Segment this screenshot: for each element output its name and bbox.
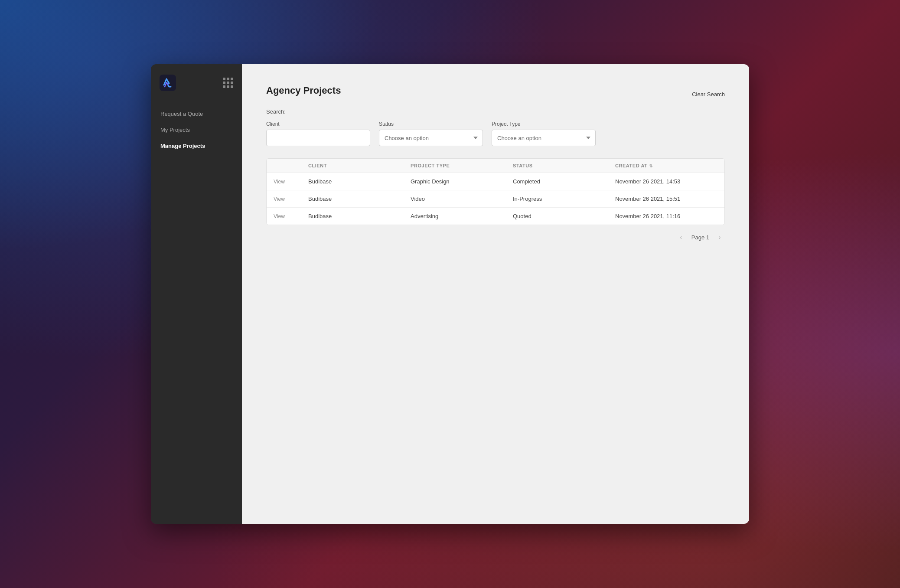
row-2-actions: View bbox=[274, 196, 308, 202]
status-field-group: Status Choose an option bbox=[379, 121, 483, 146]
client-label: Client bbox=[266, 121, 370, 127]
th-status: STATUS bbox=[513, 163, 615, 168]
sidebar-item-request-quote[interactable]: Request a Quote bbox=[151, 106, 242, 122]
search-section: Search: Clear Search Client Status Choos… bbox=[266, 108, 725, 146]
project-type-select[interactable]: Choose an option bbox=[492, 130, 596, 146]
next-page-button[interactable]: › bbox=[714, 232, 725, 242]
th-actions bbox=[274, 163, 308, 168]
th-client: CLIENT bbox=[308, 163, 411, 168]
prev-page-button[interactable]: ‹ bbox=[676, 232, 686, 242]
table-header: CLIENT PROJECT TYPE STATUS CREATED AT ⇅ bbox=[267, 159, 724, 173]
sidebar-header bbox=[151, 64, 242, 101]
client-field-group: Client bbox=[266, 121, 370, 146]
row-1-status: Completed bbox=[513, 178, 615, 185]
row-2-project-type: Video bbox=[411, 196, 513, 202]
row-3-actions: View bbox=[274, 213, 308, 219]
view-button-2[interactable]: View bbox=[274, 196, 285, 202]
table-row: View Budibase Video In-Progress November… bbox=[267, 190, 724, 208]
row-1-actions: View bbox=[274, 178, 308, 185]
sidebar-item-my-projects[interactable]: My Projects bbox=[151, 122, 242, 138]
sidebar-navigation: Request a Quote My Projects Manage Proje… bbox=[151, 101, 242, 524]
status-label: Status bbox=[379, 121, 483, 127]
row-3-client: Budibase bbox=[308, 213, 411, 219]
table-row: View Budibase Advertising Quoted Novembe… bbox=[267, 208, 724, 225]
clear-search-button[interactable]: Clear Search bbox=[692, 91, 725, 98]
sidebar: Request a Quote My Projects Manage Proje… bbox=[151, 64, 242, 524]
view-button-3[interactable]: View bbox=[274, 213, 285, 219]
projects-table: CLIENT PROJECT TYPE STATUS CREATED AT ⇅ … bbox=[266, 158, 725, 225]
row-1-client: Budibase bbox=[308, 178, 411, 185]
pagination: ‹ Page 1 › bbox=[266, 225, 725, 242]
page-indicator: Page 1 bbox=[691, 234, 709, 241]
row-3-created-at: November 26 2021, 11:16 bbox=[615, 213, 717, 219]
sort-icon: ⇅ bbox=[649, 163, 653, 168]
table-row: View Budibase Graphic Design Completed N… bbox=[267, 173, 724, 190]
page-title: Agency Projects bbox=[266, 85, 725, 96]
th-created-at[interactable]: CREATED AT ⇅ bbox=[615, 163, 717, 168]
grid-menu-icon[interactable] bbox=[223, 78, 233, 88]
project-type-select-wrapper: Choose an option bbox=[492, 130, 596, 146]
search-label: Search: bbox=[266, 108, 725, 115]
sidebar-item-manage-projects[interactable]: Manage Projects bbox=[151, 138, 242, 154]
search-filters-row: Client Status Choose an option Project T… bbox=[266, 121, 725, 146]
row-3-project-type: Advertising bbox=[411, 213, 513, 219]
main-content: Agency Projects Search: Clear Search Cli… bbox=[242, 64, 749, 524]
th-project-type: PROJECT TYPE bbox=[411, 163, 513, 168]
project-type-label: Project Type bbox=[492, 121, 596, 127]
row-2-created-at: November 26 2021, 15:51 bbox=[615, 196, 717, 202]
status-select[interactable]: Choose an option bbox=[379, 130, 483, 146]
row-1-created-at: November 26 2021, 14:53 bbox=[615, 178, 717, 185]
client-search-input[interactable] bbox=[266, 130, 370, 146]
logo-icon bbox=[160, 75, 176, 91]
status-select-wrapper: Choose an option bbox=[379, 130, 483, 146]
project-type-field-group: Project Type Choose an option bbox=[492, 121, 596, 146]
row-2-status: In-Progress bbox=[513, 196, 615, 202]
row-1-project-type: Graphic Design bbox=[411, 178, 513, 185]
view-button-1[interactable]: View bbox=[274, 179, 285, 185]
row-2-client: Budibase bbox=[308, 196, 411, 202]
row-3-status: Quoted bbox=[513, 213, 615, 219]
